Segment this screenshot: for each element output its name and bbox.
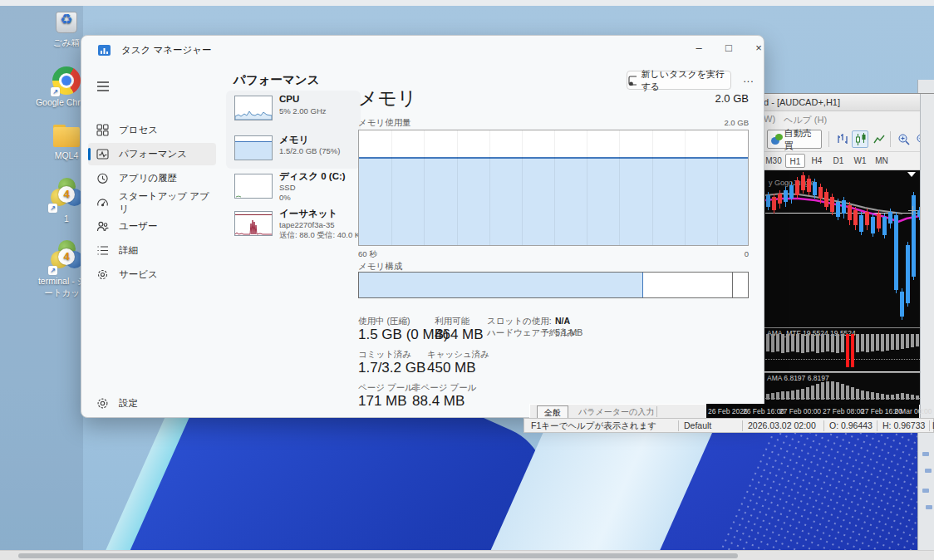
disk-mini-chart[interactable]	[234, 174, 273, 199]
candle-body	[900, 292, 904, 317]
task-manager-titlebar[interactable]: タスク マネージャー – □ ×	[81, 36, 764, 64]
status-profile[interactable]: Default	[684, 420, 711, 430]
candle-body	[778, 194, 782, 204]
mt4-menu-window[interactable]: W)	[764, 114, 775, 124]
histogram-bar	[896, 394, 899, 400]
page-title: パフォーマンス	[234, 72, 320, 88]
histogram-bar	[851, 387, 854, 400]
histogram-bar	[781, 391, 784, 400]
shortcut-arrow-icon: ↗	[48, 204, 57, 213]
histogram-bar	[901, 393, 904, 400]
perf-item-cpu-sub: 5% 2.00 GHz	[279, 106, 327, 115]
cpu-mini-chart[interactable]	[234, 96, 273, 120]
mt4-icon: 4 ↗	[50, 240, 83, 273]
sidebar-item-services[interactable]: サービス	[88, 263, 216, 286]
histogram-bar	[771, 393, 774, 400]
memory-usage-chart-max: 2.0 GB	[666, 118, 749, 127]
histogram-bar	[841, 334, 844, 352]
histogram-bar	[856, 334, 859, 352]
timeframe-mn[interactable]: MN	[872, 154, 892, 168]
top-window-edge	[0, 0, 934, 6]
timeframe-h4[interactable]: H4	[807, 154, 827, 168]
histogram-bar	[896, 334, 899, 350]
status-open-price: O: 0.96443	[829, 420, 873, 430]
histogram-bar	[871, 392, 874, 400]
run-new-task-button[interactable]: 新しいタスクを実行する	[627, 71, 731, 90]
sidebar-item-app-history[interactable]: アプリの履歴	[88, 167, 216, 189]
histogram-bar	[796, 334, 799, 352]
histogram-bar	[906, 334, 909, 348]
candle-body	[865, 212, 869, 225]
ethernet-mini-chart[interactable]	[234, 211, 273, 236]
sidebar-item-startup-apps[interactable]: スタートアップ アプリ	[88, 191, 216, 214]
zoom-in-icon[interactable]	[895, 130, 912, 148]
timeframe-h1[interactable]: H1	[785, 154, 805, 168]
autotrading-icon	[771, 134, 782, 145]
more-options-button[interactable]: ...	[740, 71, 758, 90]
line-chart-icon[interactable]	[870, 130, 887, 148]
paged-pool-value: 171 MB	[358, 393, 407, 410]
memory-usage-fill	[359, 157, 748, 245]
chrome-icon: ↗	[52, 66, 81, 95]
memory-composition-bar[interactable]	[358, 272, 749, 298]
perf-item-ethernet-sub2: 送信: 88.0 受信: 40.0 Kb	[279, 230, 364, 241]
autotrading-button[interactable]: 自動売買	[767, 130, 822, 149]
status-bar-time: 2026.03.02 02:00	[748, 420, 816, 430]
timeframe-w1[interactable]: W1	[850, 154, 870, 168]
histogram-bar	[811, 386, 814, 400]
histogram-bar	[816, 384, 819, 400]
sidebar-item-processes[interactable]: プロセス	[88, 119, 216, 141]
histogram-bar	[796, 390, 799, 400]
mt4-menu-help[interactable]: ヘルプ (H)	[784, 114, 827, 126]
histogram-bar	[866, 334, 869, 352]
scrollbar-thumb[interactable]	[18, 553, 738, 558]
desktop: ♻ ごみ箱 ↗ Google Chrome MQL4 4 ↗ 1 4 ↗ ter…	[0, 0, 934, 560]
perf-item-ethernet-sub1: tape2270f3a-35	[279, 220, 335, 229]
sidebar-item-performance[interactable]: パフォーマンス	[88, 143, 216, 165]
dialog-tab-general[interactable]: 全般	[537, 405, 568, 418]
dialog-tab-parameters[interactable]: パラメーターの入力	[578, 406, 654, 418]
sidebar-item-details[interactable]: 詳細	[88, 239, 216, 262]
memory-mini-chart[interactable]	[234, 135, 273, 160]
histogram-bar	[811, 334, 814, 351]
candle-body	[789, 185, 794, 199]
performance-icon	[96, 148, 109, 160]
memory-usage-chart[interactable]	[358, 130, 749, 246]
sidebar-item-users[interactable]: ユーザー	[88, 215, 216, 238]
candlestick-chart-icon[interactable]	[852, 130, 868, 148]
processes-icon	[96, 124, 109, 136]
histogram-bar	[806, 387, 809, 400]
perf-item-disk-title[interactable]: ディスク 0 (C:)	[279, 170, 346, 183]
maximize-button[interactable]: □	[715, 36, 743, 61]
close-button[interactable]: ×	[745, 36, 764, 61]
recycle-bin-icon: ♻	[52, 8, 81, 35]
histogram-bar	[831, 381, 834, 400]
candle-body	[818, 187, 823, 199]
histogram-bar	[901, 334, 904, 349]
histogram-bar	[776, 334, 779, 351]
histogram-bar	[876, 334, 879, 351]
candle-body	[824, 192, 828, 207]
timeframe-d1[interactable]: D1	[828, 154, 848, 168]
histogram-bar	[846, 386, 849, 400]
timeframe-m30[interactable]: M30	[764, 154, 784, 168]
horizontal-scrollbar[interactable]	[0, 550, 934, 560]
histogram-bar	[836, 334, 839, 353]
perf-item-ethernet-title[interactable]: イーサネット	[279, 208, 337, 220]
histogram-bar	[886, 334, 889, 351]
hamburger-menu-icon[interactable]	[93, 76, 115, 97]
time-axis-label: 27 Feb 00:00	[779, 407, 821, 415]
bar-chart-icon[interactable]	[833, 130, 850, 148]
histogram-bar	[826, 334, 829, 351]
histogram-bar	[786, 334, 789, 352]
current-price-marker	[912, 206, 913, 215]
in-use-label: 使用中 (圧縮)	[358, 316, 410, 327]
histogram-bar	[911, 395, 914, 400]
sidebar-item-settings[interactable]: 設定	[88, 392, 216, 415]
perf-item-memory-title[interactable]: メモリ	[279, 134, 308, 146]
indicator2-label: AMA 6.8197 6.8197	[767, 374, 829, 382]
perf-item-cpu-title[interactable]: CPU	[279, 94, 299, 104]
histogram-bar	[816, 334, 819, 353]
mt4-status-bar: F1キーでヘルプが表示されます Default 2026.03.02 02:00…	[524, 418, 934, 433]
minimize-button[interactable]: –	[685, 36, 713, 61]
